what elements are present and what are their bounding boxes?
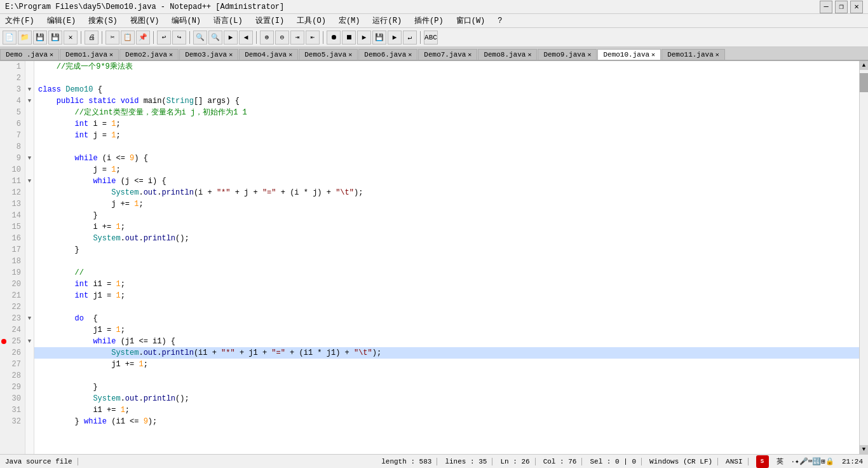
redo-button[interactable]: ↪	[172, 31, 186, 45]
macro-record-button[interactable]: ⏺	[327, 31, 341, 45]
tab-demo10-close[interactable]: ✕	[651, 51, 655, 59]
copy-button[interactable]: 📋	[121, 31, 135, 45]
close-button[interactable]: ✕	[850, 1, 863, 13]
scroll-down-button[interactable]: ▼	[860, 445, 868, 454]
new-button[interactable]: 📄	[3, 31, 17, 45]
fold-9[interactable]: ▼	[25, 153, 34, 164]
open-button[interactable]: 📁	[18, 31, 32, 45]
print-button[interactable]: 🖨	[85, 31, 98, 45]
fold-3[interactable]: ▼	[25, 84, 34, 95]
indent-button[interactable]: ⇥	[290, 31, 304, 45]
code-line-6[interactable]: int i = 1;	[34, 118, 859, 130]
tab-demo1-close[interactable]: ✕	[109, 51, 113, 59]
tab-demo7[interactable]: Demo7.java ✕	[418, 49, 477, 60]
tab-demo3-close[interactable]: ✕	[229, 51, 233, 59]
menu-plugins[interactable]: 插件(P)	[412, 14, 446, 27]
tab-demo4[interactable]: Demo4.java ✕	[239, 49, 298, 60]
menu-window[interactable]: 窗口(W)	[454, 14, 488, 27]
code-line-31[interactable]: i1 += 1;	[34, 404, 859, 416]
find-button[interactable]: 🔍	[193, 31, 207, 45]
tab-demo6[interactable]: Demo6.java ✕	[358, 49, 417, 60]
tab-demo10[interactable]: Demo10.java ✕	[597, 49, 661, 61]
code-line-9[interactable]: while (i <= 9) {	[34, 153, 859, 164]
spellcheck-button[interactable]: ABC	[424, 31, 438, 45]
code-line-10[interactable]: j = 1;	[34, 164, 859, 176]
save-button[interactable]: 💾	[33, 31, 47, 45]
scroll-up-button[interactable]: ▲	[860, 61, 868, 70]
code-line-14[interactable]: }	[34, 210, 859, 221]
menu-run[interactable]: 运行(R)	[370, 14, 404, 27]
menu-view[interactable]: 视图(V)	[128, 14, 162, 27]
code-line-23[interactable]: do {	[34, 313, 859, 324]
code-line-12[interactable]: System.out.println(i + "*" + j + "=" + (…	[34, 187, 859, 198]
close-button2[interactable]: ✕	[64, 31, 78, 45]
code-area[interactable]: //完成一个9*9乘法表 class Demo10 { public stati…	[34, 61, 859, 454]
code-line-25[interactable]: while (j1 <= i1) {	[34, 336, 859, 347]
code-line-17[interactable]: }	[34, 244, 859, 256]
code-line-11[interactable]: while (j <= i) {	[34, 176, 859, 187]
code-line-13[interactable]: j += 1;	[34, 198, 859, 210]
tab-demo[interactable]: Demo .java ✕	[0, 49, 59, 60]
zoom-in-button[interactable]: ⊕	[260, 31, 274, 45]
tab-demo11-close[interactable]: ✕	[715, 51, 719, 59]
find-prev-button[interactable]: ◀	[239, 31, 253, 45]
code-line-2[interactable]	[34, 72, 859, 84]
wrap-button[interactable]: ↵	[403, 31, 417, 45]
code-line-22[interactable]	[34, 301, 859, 313]
macro-play-button[interactable]: ▶	[357, 31, 371, 45]
code-line-5[interactable]: //定义int类型变量，变量名为i j，初始作为1 1	[34, 107, 859, 118]
minimize-button[interactable]: —	[820, 1, 832, 13]
maximize-button[interactable]: ❐	[835, 1, 848, 13]
fold-25[interactable]: ▼	[25, 336, 34, 347]
tab-demo2[interactable]: Demo2.java ✕	[119, 49, 179, 60]
code-line-24[interactable]: j1 = 1;	[34, 324, 859, 336]
macro-save-button[interactable]: 💾	[372, 31, 386, 45]
tab-demo8[interactable]: Demo8.java ✕	[478, 49, 537, 60]
scroll-track[interactable]	[860, 70, 868, 445]
tab-demo9-close[interactable]: ✕	[587, 51, 591, 59]
tab-demo6-close[interactable]: ✕	[408, 51, 412, 59]
code-line-3[interactable]: class Demo10 {	[34, 84, 859, 95]
paste-button[interactable]: 📌	[136, 31, 150, 45]
code-line-27[interactable]: j1 += 1;	[34, 359, 859, 370]
menu-encoding[interactable]: 编码(N)	[169, 14, 203, 27]
unindent-button[interactable]: ⇤	[306, 31, 320, 45]
code-line-15[interactable]: i += 1;	[34, 221, 859, 233]
fold-4[interactable]: ▼	[25, 95, 34, 107]
code-line-28[interactable]	[34, 370, 859, 382]
code-line-21[interactable]: int j1 = 1;	[34, 290, 859, 301]
run-button[interactable]: ▶	[388, 31, 402, 45]
undo-button[interactable]: ↩	[157, 31, 171, 45]
tab-demo3[interactable]: Demo3.java ✕	[179, 49, 238, 60]
tab-demo11[interactable]: Demo11.java ✕	[661, 49, 725, 60]
code-line-8[interactable]	[34, 141, 859, 153]
menu-help[interactable]: ?	[495, 15, 505, 27]
tab-demo5-close[interactable]: ✕	[348, 51, 352, 59]
scroll-thumb[interactable]	[860, 73, 868, 92]
code-line-1[interactable]: //完成一个9*9乘法表	[34, 61, 859, 72]
menu-tools[interactable]: 工具(O)	[294, 14, 329, 27]
fold-11[interactable]: ▼	[25, 176, 34, 187]
code-line-30[interactable]: System.out.println();	[34, 393, 859, 404]
macro-stop-button[interactable]: ⏹	[342, 31, 356, 45]
menu-macro[interactable]: 宏(M)	[336, 14, 363, 27]
zoom-out-button[interactable]: ⊖	[275, 31, 289, 45]
fold-23[interactable]: ▼	[25, 313, 34, 324]
tab-demo4-close[interactable]: ✕	[288, 51, 292, 59]
find-next-button[interactable]: ▶	[224, 31, 238, 45]
tab-demo1[interactable]: Demo1.java ✕	[60, 49, 119, 60]
menu-file[interactable]: 文件(F)	[3, 14, 37, 27]
code-line-29[interactable]: }	[34, 382, 859, 393]
menu-language[interactable]: 语言(L)	[211, 14, 245, 27]
menu-search[interactable]: 搜索(S)	[86, 14, 120, 27]
tab-demo7-close[interactable]: ✕	[468, 51, 471, 59]
code-line-19[interactable]: //	[34, 267, 859, 279]
tab-demo5[interactable]: Demo5.java ✕	[299, 49, 358, 60]
menu-edit[interactable]: 编辑(E)	[44, 14, 79, 27]
code-line-18[interactable]	[34, 256, 859, 267]
code-line-7[interactable]: int j = 1;	[34, 130, 859, 141]
code-line-4[interactable]: public static void main(String[] args) {	[34, 95, 859, 107]
tab-demo-close[interactable]: ✕	[50, 51, 53, 59]
tab-demo9[interactable]: Demo9.java ✕	[538, 49, 597, 60]
tab-demo8-close[interactable]: ✕	[527, 51, 531, 59]
